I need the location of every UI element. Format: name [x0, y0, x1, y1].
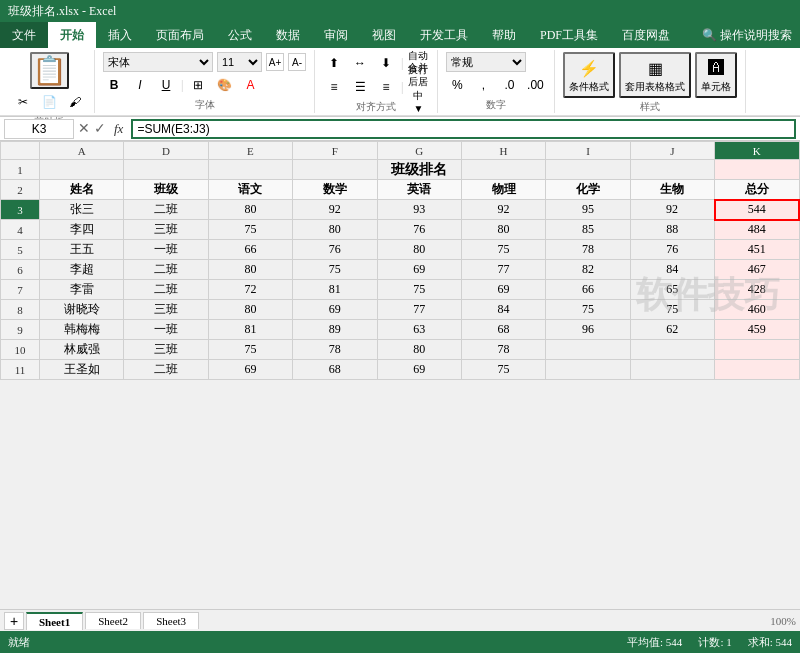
col-header-H[interactable]: H — [461, 142, 545, 160]
col-header-I[interactable]: I — [546, 142, 630, 160]
format-painter-button[interactable]: 🖌 — [64, 91, 86, 113]
cell-D7[interactable]: 二班 — [124, 280, 208, 300]
cell-I6[interactable]: 82 — [546, 260, 630, 280]
cell-D5[interactable]: 一班 — [124, 240, 208, 260]
font-decrease-button[interactable]: A- — [288, 53, 306, 71]
tab-review[interactable]: 审阅 — [312, 22, 360, 48]
cell-F5[interactable]: 76 — [293, 240, 377, 260]
cell-G2[interactable]: 英语 — [377, 180, 461, 200]
cell-H8[interactable]: 84 — [461, 300, 545, 320]
underline-button[interactable]: U — [155, 74, 177, 96]
cell-A2[interactable]: 姓名 — [39, 180, 123, 200]
cell-E9[interactable]: 81 — [208, 320, 292, 340]
cell-K5[interactable]: 451 — [715, 240, 799, 260]
row-header-6[interactable]: 6 — [1, 260, 40, 280]
row-header-10[interactable]: 10 — [1, 340, 40, 360]
copy-button[interactable]: 📄 — [38, 91, 60, 113]
col-header-A[interactable]: A — [39, 142, 123, 160]
thousands-button[interactable]: , — [472, 74, 494, 96]
cell-A1[interactable] — [39, 160, 123, 180]
table-format-button[interactable]: ▦ 套用表格格式 — [619, 52, 691, 98]
cell-J10[interactable] — [630, 340, 714, 360]
cell-K4[interactable]: 484 — [715, 220, 799, 240]
cell-H9[interactable]: 68 — [461, 320, 545, 340]
col-header-K[interactable]: K — [715, 142, 799, 160]
cell-H2[interactable]: 物理 — [461, 180, 545, 200]
cell-F9[interactable]: 89 — [293, 320, 377, 340]
cell-F2[interactable]: 数学 — [293, 180, 377, 200]
align-top-button[interactable]: ⬆ — [323, 52, 345, 74]
cell-D3[interactable]: 二班 — [124, 200, 208, 220]
col-header-G[interactable]: G — [377, 142, 461, 160]
cell-H4[interactable]: 80 — [461, 220, 545, 240]
col-header-E[interactable]: E — [208, 142, 292, 160]
tab-baidu[interactable]: 百度网盘 — [610, 22, 682, 48]
confirm-icon[interactable]: ✓ — [94, 120, 106, 137]
row-header-11[interactable]: 11 — [1, 360, 40, 380]
cell-J4[interactable]: 88 — [630, 220, 714, 240]
cell-E5[interactable]: 66 — [208, 240, 292, 260]
cell-D6[interactable]: 二班 — [124, 260, 208, 280]
cell-F7[interactable]: 81 — [293, 280, 377, 300]
cell-A7[interactable]: 李雷 — [39, 280, 123, 300]
cell-E1[interactable] — [208, 160, 292, 180]
formula-input[interactable] — [131, 119, 796, 139]
cell-I4[interactable]: 85 — [546, 220, 630, 240]
tab-formula[interactable]: 公式 — [216, 22, 264, 48]
cell-F8[interactable]: 69 — [293, 300, 377, 320]
tab-help[interactable]: 帮助 — [480, 22, 528, 48]
cell-D10[interactable]: 三班 — [124, 340, 208, 360]
cell-I7[interactable]: 66 — [546, 280, 630, 300]
col-header-D[interactable]: D — [124, 142, 208, 160]
fill-color-button[interactable]: 🎨 — [213, 74, 235, 96]
cell-A8[interactable]: 谢晓玲 — [39, 300, 123, 320]
font-size-select[interactable]: 11 — [217, 52, 262, 72]
cell-J6[interactable]: 84 — [630, 260, 714, 280]
font-increase-button[interactable]: A+ — [266, 53, 284, 71]
cell-G10[interactable]: 80 — [377, 340, 461, 360]
row-header-4[interactable]: 4 — [1, 220, 40, 240]
tab-home[interactable]: 开始 — [48, 22, 96, 48]
cell-E10[interactable]: 75 — [208, 340, 292, 360]
align-middle-button[interactable]: ↔ — [349, 52, 371, 74]
cell-G9[interactable]: 63 — [377, 320, 461, 340]
row-header-9[interactable]: 9 — [1, 320, 40, 340]
cell-I2[interactable]: 化学 — [546, 180, 630, 200]
cell-K1[interactable] — [715, 160, 799, 180]
bold-button[interactable]: B — [103, 74, 125, 96]
cell-A4[interactable]: 李四 — [39, 220, 123, 240]
font-family-select[interactable]: 宋体 — [103, 52, 213, 72]
cell-F3[interactable]: 92 — [293, 200, 377, 220]
col-header-F[interactable]: F — [293, 142, 377, 160]
number-format-select[interactable]: 常规 — [446, 52, 526, 72]
cell-G11[interactable]: 69 — [377, 360, 461, 380]
cell-I5[interactable]: 78 — [546, 240, 630, 260]
cell-J5[interactable]: 76 — [630, 240, 714, 260]
cell-A11[interactable]: 王圣如 — [39, 360, 123, 380]
cell-I11[interactable] — [546, 360, 630, 380]
row-header-1[interactable]: 1 — [1, 160, 40, 180]
tab-file[interactable]: 文件 — [0, 22, 48, 48]
cell-J9[interactable]: 62 — [630, 320, 714, 340]
cell-G3[interactable]: 93 — [377, 200, 461, 220]
cell-A6[interactable]: 李超 — [39, 260, 123, 280]
cell-H1[interactable] — [461, 160, 545, 180]
cell-A5[interactable]: 王五 — [39, 240, 123, 260]
cell-J8[interactable]: 75 — [630, 300, 714, 320]
align-bottom-button[interactable]: ⬇ — [375, 52, 397, 74]
align-center-button[interactable]: ☰ — [349, 76, 371, 98]
cell-D2[interactable]: 班级 — [124, 180, 208, 200]
cell-I3[interactable]: 95 — [546, 200, 630, 220]
cell-K6[interactable]: 467 — [715, 260, 799, 280]
tab-layout[interactable]: 页面布局 — [144, 22, 216, 48]
cell-H10[interactable]: 78 — [461, 340, 545, 360]
row-header-3[interactable]: 3 — [1, 200, 40, 220]
tab-pdf[interactable]: PDF工具集 — [528, 22, 610, 48]
cell-style-button[interactable]: 🅰 单元格 — [695, 52, 737, 98]
row-header-5[interactable]: 5 — [1, 240, 40, 260]
row-header-2[interactable]: 2 — [1, 180, 40, 200]
tab-view[interactable]: 视图 — [360, 22, 408, 48]
cell-G4[interactable]: 76 — [377, 220, 461, 240]
cell-F1[interactable] — [293, 160, 377, 180]
cell-H3[interactable]: 92 — [461, 200, 545, 220]
